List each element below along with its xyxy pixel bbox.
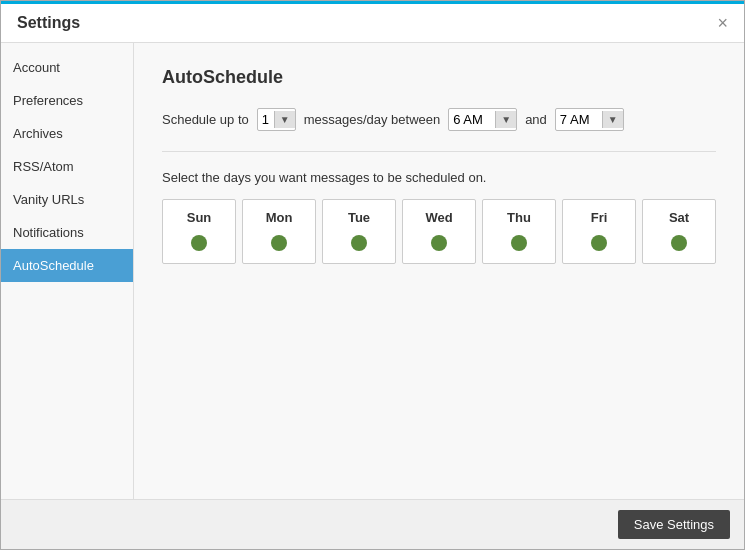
divider — [162, 151, 716, 152]
day-dot-fri — [591, 235, 607, 251]
count-select[interactable]: 1 2 3 4 5 — [258, 109, 274, 130]
schedule-label-2: messages/day between — [304, 112, 441, 127]
day-dot-tue — [351, 235, 367, 251]
close-button[interactable]: × — [717, 14, 728, 32]
day-dot-thu — [511, 235, 527, 251]
day-card-fri[interactable]: Fri — [562, 199, 636, 264]
day-card-mon[interactable]: Mon — [242, 199, 316, 264]
day-label-sun: Sun — [187, 210, 212, 225]
modal-header: Settings × — [1, 1, 744, 43]
sidebar-item-preferences[interactable]: Preferences — [1, 84, 133, 117]
time-to-dropdown-arrow: ▼ — [602, 111, 623, 128]
day-card-sat[interactable]: Sat — [642, 199, 716, 264]
sidebar-item-autoschedule[interactable]: AutoSchedule — [1, 249, 133, 282]
day-label-fri: Fri — [591, 210, 608, 225]
day-label-thu: Thu — [507, 210, 531, 225]
schedule-row: Schedule up to 1 2 3 4 5 ▼ messages/day … — [162, 108, 716, 131]
schedule-label-3: and — [525, 112, 547, 127]
time-to-select[interactable]: 7 AM 8 AM 9 AM 10 AM 11 AM 12 PM — [556, 109, 602, 130]
time-from-select[interactable]: 6 AM 7 AM 8 AM 9 AM 10 AM 11 AM 12 PM — [449, 109, 495, 130]
day-label-wed: Wed — [425, 210, 452, 225]
day-card-sun[interactable]: Sun — [162, 199, 236, 264]
day-label-tue: Tue — [348, 210, 370, 225]
settings-modal: Settings × Account Preferences Archives … — [0, 0, 745, 550]
sidebar-item-account[interactable]: Account — [1, 51, 133, 84]
time-to-dropdown-wrap[interactable]: 7 AM 8 AM 9 AM 10 AM 11 AM 12 PM ▼ — [555, 108, 624, 131]
day-card-wed[interactable]: Wed — [402, 199, 476, 264]
content-area: AutoSchedule Schedule up to 1 2 3 4 5 ▼ … — [134, 43, 744, 499]
day-dot-mon — [271, 235, 287, 251]
days-grid: Sun Mon Tue Wed Thu — [162, 199, 716, 264]
day-card-tue[interactable]: Tue — [322, 199, 396, 264]
modal-body: Account Preferences Archives RSS/Atom Va… — [1, 43, 744, 499]
count-dropdown-wrap[interactable]: 1 2 3 4 5 ▼ — [257, 108, 296, 131]
modal-footer: Save Settings — [1, 499, 744, 549]
day-dot-wed — [431, 235, 447, 251]
modal-title: Settings — [17, 14, 80, 32]
day-dot-sat — [671, 235, 687, 251]
days-instruction: Select the days you want messages to be … — [162, 170, 716, 185]
schedule-label-1: Schedule up to — [162, 112, 249, 127]
day-dot-sun — [191, 235, 207, 251]
save-button[interactable]: Save Settings — [618, 510, 730, 539]
sidebar-item-rss-atom[interactable]: RSS/Atom — [1, 150, 133, 183]
sidebar-item-archives[interactable]: Archives — [1, 117, 133, 150]
day-label-mon: Mon — [266, 210, 293, 225]
sidebar-item-notifications[interactable]: Notifications — [1, 216, 133, 249]
day-label-sat: Sat — [669, 210, 689, 225]
time-from-dropdown-arrow: ▼ — [495, 111, 516, 128]
sidebar-item-vanity-urls[interactable]: Vanity URLs — [1, 183, 133, 216]
count-dropdown-arrow: ▼ — [274, 111, 295, 128]
page-title: AutoSchedule — [162, 67, 716, 88]
time-from-dropdown-wrap[interactable]: 6 AM 7 AM 8 AM 9 AM 10 AM 11 AM 12 PM ▼ — [448, 108, 517, 131]
day-card-thu[interactable]: Thu — [482, 199, 556, 264]
sidebar: Account Preferences Archives RSS/Atom Va… — [1, 43, 134, 499]
